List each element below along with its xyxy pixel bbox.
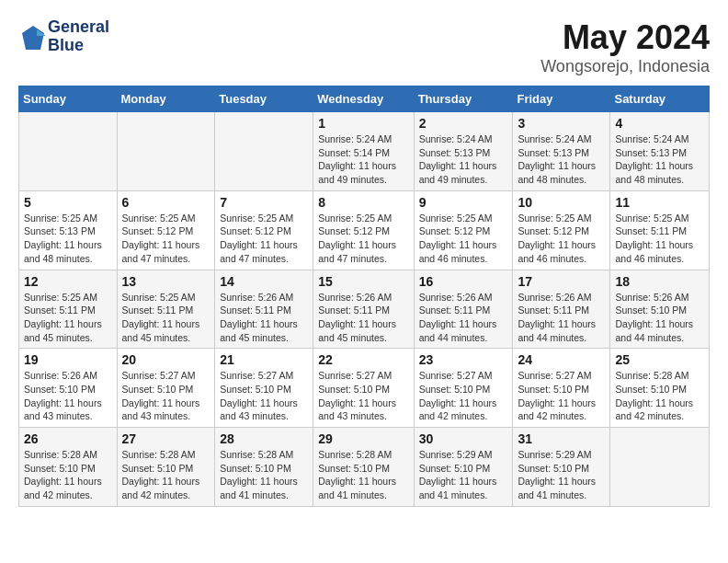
calendar-cell: 7Sunrise: 5:25 AM Sunset: 5:12 PM Daylig… — [215, 190, 313, 270]
calendar-header-row: SundayMondayTuesdayWednesdayThursdayFrid… — [19, 86, 710, 112]
day-number: 25 — [615, 352, 704, 367]
calendar-cell: 22Sunrise: 5:27 AM Sunset: 5:10 PM Dayli… — [313, 349, 414, 428]
day-number: 24 — [518, 352, 605, 367]
column-header-tuesday: Tuesday — [215, 86, 313, 112]
calendar-cell: 5Sunrise: 5:25 AM Sunset: 5:13 PM Daylig… — [19, 190, 118, 270]
column-header-sunday: Sunday — [19, 86, 118, 112]
calendar-cell: 23Sunrise: 5:27 AM Sunset: 5:10 PM Dayli… — [414, 349, 513, 428]
calendar-cell: 8Sunrise: 5:25 AM Sunset: 5:12 PM Daylig… — [313, 190, 414, 270]
day-number: 9 — [419, 195, 508, 210]
day-info: Sunrise: 5:26 AM Sunset: 5:10 PM Dayligh… — [24, 369, 112, 423]
day-info: Sunrise: 5:25 AM Sunset: 5:12 PM Dayligh… — [518, 212, 605, 266]
calendar-cell: 4Sunrise: 5:24 AM Sunset: 5:13 PM Daylig… — [610, 112, 710, 191]
calendar-table: SundayMondayTuesdayWednesdayThursdayFrid… — [18, 86, 710, 507]
calendar-cell: 1Sunrise: 5:24 AM Sunset: 5:14 PM Daylig… — [313, 112, 414, 191]
day-info: Sunrise: 5:27 AM Sunset: 5:10 PM Dayligh… — [318, 369, 408, 423]
calendar-cell: 6Sunrise: 5:25 AM Sunset: 5:12 PM Daylig… — [117, 190, 215, 270]
column-header-thursday: Thursday — [414, 86, 513, 112]
day-number: 6 — [122, 195, 210, 210]
page-header: General Blue May 2024 Wongsorejo, Indone… — [18, 18, 710, 76]
day-info: Sunrise: 5:28 AM Sunset: 5:10 PM Dayligh… — [615, 369, 704, 423]
day-info: Sunrise: 5:25 AM Sunset: 5:11 PM Dayligh… — [615, 212, 704, 266]
day-info: Sunrise: 5:25 AM Sunset: 5:12 PM Dayligh… — [419, 212, 508, 266]
calendar-cell: 15Sunrise: 5:26 AM Sunset: 5:11 PM Dayli… — [313, 270, 414, 349]
day-number: 23 — [419, 352, 508, 367]
calendar-cell: 25Sunrise: 5:28 AM Sunset: 5:10 PM Dayli… — [610, 349, 710, 428]
day-number: 14 — [220, 274, 308, 289]
day-number: 12 — [24, 274, 112, 289]
calendar-cell: 26Sunrise: 5:28 AM Sunset: 5:10 PM Dayli… — [19, 428, 118, 507]
calendar-cell: 24Sunrise: 5:27 AM Sunset: 5:10 PM Dayli… — [513, 349, 610, 428]
day-number: 30 — [419, 431, 508, 446]
calendar-week-row: 1Sunrise: 5:24 AM Sunset: 5:14 PM Daylig… — [19, 112, 710, 191]
column-header-wednesday: Wednesday — [313, 86, 414, 112]
day-info: Sunrise: 5:28 AM Sunset: 5:10 PM Dayligh… — [318, 448, 408, 502]
day-info: Sunrise: 5:27 AM Sunset: 5:10 PM Dayligh… — [122, 369, 210, 423]
calendar-cell: 9Sunrise: 5:25 AM Sunset: 5:12 PM Daylig… — [414, 190, 513, 270]
calendar-cell: 28Sunrise: 5:28 AM Sunset: 5:10 PM Dayli… — [215, 428, 313, 507]
day-info: Sunrise: 5:25 AM Sunset: 5:12 PM Dayligh… — [318, 212, 408, 266]
day-number: 26 — [24, 431, 112, 446]
day-info: Sunrise: 5:26 AM Sunset: 5:11 PM Dayligh… — [518, 291, 605, 345]
column-header-saturday: Saturday — [610, 86, 710, 112]
day-number: 10 — [518, 195, 605, 210]
day-number: 7 — [220, 195, 308, 210]
day-info: Sunrise: 5:27 AM Sunset: 5:10 PM Dayligh… — [419, 369, 508, 423]
column-header-monday: Monday — [117, 86, 215, 112]
day-info: Sunrise: 5:24 AM Sunset: 5:13 PM Dayligh… — [518, 132, 605, 187]
day-info: Sunrise: 5:24 AM Sunset: 5:13 PM Dayligh… — [419, 132, 508, 187]
day-number: 2 — [419, 116, 508, 131]
day-info: Sunrise: 5:28 AM Sunset: 5:10 PM Dayligh… — [122, 448, 210, 502]
day-number: 29 — [318, 431, 408, 446]
calendar-cell: 11Sunrise: 5:25 AM Sunset: 5:11 PM Dayli… — [610, 190, 710, 270]
calendar-week-row: 26Sunrise: 5:28 AM Sunset: 5:10 PM Dayli… — [19, 428, 710, 507]
calendar-cell: 17Sunrise: 5:26 AM Sunset: 5:11 PM Dayli… — [513, 270, 610, 349]
day-number: 18 — [615, 274, 704, 289]
day-number: 22 — [318, 352, 408, 367]
day-number: 16 — [419, 274, 508, 289]
calendar-cell: 3Sunrise: 5:24 AM Sunset: 5:13 PM Daylig… — [513, 112, 610, 191]
calendar-week-row: 12Sunrise: 5:25 AM Sunset: 5:11 PM Dayli… — [19, 270, 710, 349]
calendar-cell — [117, 112, 215, 191]
day-info: Sunrise: 5:24 AM Sunset: 5:14 PM Dayligh… — [318, 132, 408, 187]
calendar-cell: 12Sunrise: 5:25 AM Sunset: 5:11 PM Dayli… — [19, 270, 118, 349]
day-info: Sunrise: 5:26 AM Sunset: 5:11 PM Dayligh… — [318, 291, 408, 345]
calendar-cell: 2Sunrise: 5:24 AM Sunset: 5:13 PM Daylig… — [414, 112, 513, 191]
day-number: 3 — [518, 116, 605, 131]
day-info: Sunrise: 5:29 AM Sunset: 5:10 PM Dayligh… — [419, 448, 508, 502]
day-number: 20 — [122, 352, 210, 367]
calendar-cell: 10Sunrise: 5:25 AM Sunset: 5:12 PM Dayli… — [513, 190, 610, 270]
day-info: Sunrise: 5:29 AM Sunset: 5:10 PM Dayligh… — [518, 448, 605, 502]
day-number: 15 — [318, 274, 408, 289]
calendar-week-row: 5Sunrise: 5:25 AM Sunset: 5:13 PM Daylig… — [19, 190, 710, 270]
calendar-cell: 29Sunrise: 5:28 AM Sunset: 5:10 PM Dayli… — [313, 428, 414, 507]
calendar-cell: 18Sunrise: 5:26 AM Sunset: 5:10 PM Dayli… — [610, 270, 710, 349]
day-number: 5 — [24, 195, 112, 210]
calendar-cell: 30Sunrise: 5:29 AM Sunset: 5:10 PM Dayli… — [414, 428, 513, 507]
page-subtitle: Wongsorejo, Indonesia — [540, 57, 710, 76]
day-info: Sunrise: 5:26 AM Sunset: 5:11 PM Dayligh… — [419, 291, 508, 345]
day-info: Sunrise: 5:25 AM Sunset: 5:12 PM Dayligh… — [220, 212, 308, 266]
page-title: May 2024 — [540, 18, 710, 57]
day-info: Sunrise: 5:28 AM Sunset: 5:10 PM Dayligh… — [220, 448, 308, 502]
column-header-friday: Friday — [513, 86, 610, 112]
calendar-cell: 14Sunrise: 5:26 AM Sunset: 5:11 PM Dayli… — [215, 270, 313, 349]
day-number: 8 — [318, 195, 408, 210]
calendar-cell: 16Sunrise: 5:26 AM Sunset: 5:11 PM Dayli… — [414, 270, 513, 349]
day-info: Sunrise: 5:26 AM Sunset: 5:11 PM Dayligh… — [220, 291, 308, 345]
day-number: 27 — [122, 431, 210, 446]
calendar-cell — [19, 112, 118, 191]
calendar-cell: 13Sunrise: 5:25 AM Sunset: 5:11 PM Dayli… — [117, 270, 215, 349]
logo-text: General Blue — [48, 18, 109, 55]
day-info: Sunrise: 5:27 AM Sunset: 5:10 PM Dayligh… — [220, 369, 308, 423]
logo-icon — [18, 24, 44, 50]
day-number: 4 — [615, 116, 704, 131]
calendar-week-row: 19Sunrise: 5:26 AM Sunset: 5:10 PM Dayli… — [19, 349, 710, 428]
day-number: 11 — [615, 195, 704, 210]
day-info: Sunrise: 5:28 AM Sunset: 5:10 PM Dayligh… — [24, 448, 112, 502]
day-number: 13 — [122, 274, 210, 289]
day-number: 31 — [518, 431, 605, 446]
day-info: Sunrise: 5:24 AM Sunset: 5:13 PM Dayligh… — [615, 132, 704, 187]
calendar-cell — [215, 112, 313, 191]
day-info: Sunrise: 5:26 AM Sunset: 5:10 PM Dayligh… — [615, 291, 704, 345]
